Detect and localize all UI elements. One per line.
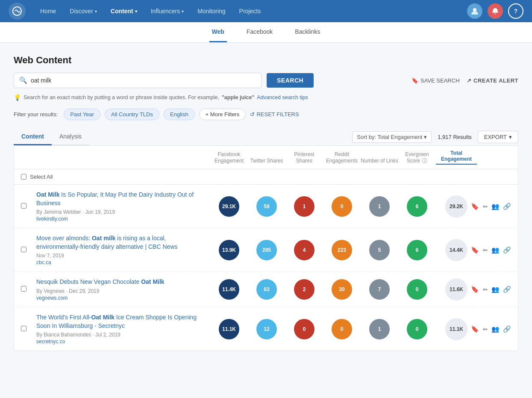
bookmark-icon[interactable]: 🔖 (471, 285, 479, 294)
share-icon[interactable]: ⬅ (482, 202, 488, 211)
select-all-row: Select All (14, 169, 518, 185)
row-pinterest: 2 (285, 279, 323, 300)
reset-filters-button[interactable]: ↺ RESET FILTERS (250, 111, 299, 118)
row-reddit: 223 (323, 240, 361, 260)
notifications-button[interactable] (488, 3, 503, 19)
authors-icon[interactable]: 👥 (491, 285, 500, 294)
refresh-icon: ↺ (250, 111, 255, 118)
evergreen-circle: 0 (407, 279, 427, 300)
select-all-checkbox[interactable] (21, 174, 26, 180)
total-circle: 29.2K (445, 195, 467, 218)
chevron-down-icon: ▾ (135, 9, 137, 14)
row-meta: By Vegnews · Dec 29, 2019 (36, 288, 210, 294)
row-content: Oat Milk Is So Popular, It May Put the D… (36, 191, 210, 222)
create-alert-button[interactable]: ↗ CREATE ALERT (467, 77, 518, 84)
nav-content[interactable]: Content ▾ (105, 5, 143, 17)
facebook-circle: 11.1K (219, 319, 239, 339)
top-navigation: Home Discover ▾ Content ▾ Influencers ▾ … (0, 0, 532, 22)
row-checkbox[interactable] (21, 203, 26, 209)
search-input[interactable] (31, 77, 256, 84)
user-avatar-button[interactable] (467, 3, 482, 19)
row-pinterest: 0 (285, 319, 323, 339)
save-search-button[interactable]: 🔖 SAVE SEARCH (411, 77, 460, 84)
authors-icon[interactable]: 👥 (491, 325, 500, 333)
filter-country-tlds[interactable]: All Country TLDs (105, 109, 159, 120)
search-button[interactable]: SEARCH (267, 73, 314, 88)
filter-past-year[interactable]: Past Year (64, 109, 100, 120)
row-checkbox[interactable] (21, 326, 26, 331)
export-button[interactable]: EXPORT ▾ (478, 131, 518, 143)
row-links: 1 (361, 196, 398, 217)
tab-analysis[interactable]: Analysis (52, 129, 89, 145)
row-facebook: 29.1K (210, 196, 248, 217)
row-title: Nesquik Debuts New Vegan Chocolate Oat M… (36, 278, 210, 286)
link-icon[interactable]: 🔗 (503, 202, 511, 211)
pinterest-circle: 0 (294, 319, 314, 339)
tab-backlinks[interactable]: Backlinks (292, 22, 323, 42)
links-circle: 1 (369, 196, 390, 217)
nav-influencers[interactable]: Influencers ▾ (145, 5, 190, 17)
tab-web[interactable]: Web (209, 22, 227, 42)
row-links: 7 (361, 279, 398, 300)
twitter-circle: 12 (256, 319, 277, 339)
nav-monitoring[interactable]: Monitoring (191, 5, 231, 17)
row-title-link[interactable]: Oat Milk Is So Popular, It May Put the D… (36, 191, 194, 206)
nav-discover[interactable]: Discover ▾ (64, 5, 103, 17)
tab-facebook[interactable]: Facebook (244, 22, 275, 42)
info-icon[interactable]: ⓘ (422, 158, 427, 164)
logo[interactable] (9, 3, 26, 20)
authors-icon[interactable]: 👥 (491, 246, 500, 254)
row-domain: livekindly.com (36, 216, 210, 222)
table-row: Move over almonds: Oat milk is rising as… (14, 228, 518, 272)
bookmark-icon[interactable]: 🔖 (471, 202, 479, 211)
nav-projects[interactable]: Projects (233, 5, 267, 17)
row-domain: cbc.ca (36, 259, 210, 265)
advanced-search-tips-link[interactable]: Advanced search tips (257, 94, 308, 100)
row-meta: Nov 7, 2019 (36, 253, 210, 259)
lightbulb-icon: 💡 (14, 94, 21, 101)
row-title: Oat Milk Is So Popular, It May Put the D… (36, 191, 210, 207)
row-checkbox[interactable] (21, 247, 26, 252)
bookmark-icon[interactable]: 🔖 (471, 246, 479, 254)
evergreen-circle: 0 (407, 319, 427, 339)
sort-dropdown[interactable]: Sort by: Total Engagement ▾ (352, 131, 432, 143)
link-icon[interactable]: 🔗 (503, 285, 511, 294)
row-reddit: 30 (323, 279, 361, 300)
table-row: The World's First All-Oat Milk Ice Cream… (14, 307, 518, 351)
tab-content[interactable]: Content (14, 129, 52, 145)
sub-navigation: Web Facebook Backlinks (0, 22, 532, 43)
share-icon[interactable]: ⬅ (482, 246, 488, 254)
filter-language[interactable]: English (164, 109, 195, 120)
authors-icon[interactable]: 👥 (491, 202, 500, 211)
row-evergreen: 6 (398, 196, 436, 217)
share-icon[interactable]: ⬅ (482, 285, 488, 294)
table-row: Nesquik Debuts New Vegan Chocolate Oat M… (14, 272, 518, 307)
th-links: Number of Links (361, 158, 398, 165)
row-actions: 🔖 ⬅ 👥 🔗 (477, 202, 511, 211)
more-filters-button[interactable]: + More Filters (199, 109, 246, 120)
search-actions: 🔖 SAVE SEARCH ↗ CREATE ALERT (411, 77, 518, 84)
facebook-circle: 11.4K (219, 279, 239, 300)
row-reddit: 0 (323, 319, 361, 339)
row-checkbox[interactable] (21, 286, 26, 292)
row-twitter: 58 (248, 196, 285, 217)
svg-point-1 (473, 8, 476, 12)
row-title-link[interactable]: The World's First All-Oat Milk Ice Cream… (36, 314, 197, 329)
row-title-link[interactable]: Move over almonds: Oat milk is rising as… (36, 235, 177, 250)
reddit-circle: 30 (332, 279, 352, 300)
row-links: 1 (361, 319, 398, 339)
row-title-link[interactable]: Nesquik Debuts New Vegan Chocolate Oat M… (36, 278, 165, 285)
share-icon[interactable]: ⬅ (482, 325, 488, 333)
links-circle: 5 (369, 240, 390, 260)
bookmark-icon: 🔖 (411, 77, 418, 84)
link-icon[interactable]: 🔗 (503, 246, 511, 254)
row-actions: 🔖 ⬅ 👥 🔗 (477, 285, 511, 294)
link-icon[interactable]: 🔗 (503, 325, 511, 333)
bookmark-icon[interactable]: 🔖 (471, 325, 479, 333)
nav-home[interactable]: Home (34, 5, 62, 17)
help-button[interactable]: ? (508, 3, 523, 19)
page-title: Web Content (14, 55, 518, 66)
search-bar: 🔍 SEARCH 🔖 SAVE SEARCH ↗ CREATE ALERT (14, 73, 518, 88)
evergreen-circle: 6 (407, 196, 427, 217)
row-pinterest: 4 (285, 240, 323, 260)
